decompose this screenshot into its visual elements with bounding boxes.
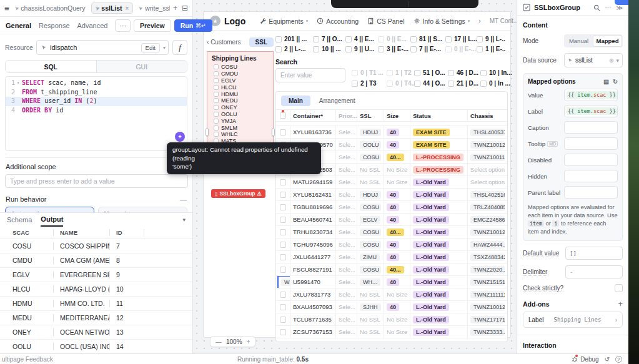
cell-status[interactable]: L.-Old Yard bbox=[410, 301, 468, 313]
column-header-scac[interactable]: SCAC bbox=[0, 229, 53, 236]
cell-select[interactable] bbox=[276, 226, 290, 238]
cell-ssl[interactable]: No SSL bbox=[357, 288, 384, 300]
data-source-select[interactable]: sslList ⊕▾ bbox=[564, 53, 623, 67]
cell-select[interactable] bbox=[276, 313, 290, 325]
cell-ssl[interactable]: OOLU bbox=[357, 139, 384, 150]
nav-item-info-settings[interactable]: Info & Settings▾ bbox=[414, 17, 470, 25]
checkbox[interactable] bbox=[345, 36, 352, 42]
checkbox[interactable] bbox=[214, 125, 219, 130]
cell-priority[interactable]: Sele... bbox=[336, 263, 357, 275]
addon-row-label[interactable]: LabelShipping Lines› bbox=[523, 312, 623, 328]
row-checkbox[interactable] bbox=[280, 179, 286, 185]
filter-checkbox-option[interactable]: 3 || E-... bbox=[378, 46, 410, 52]
table-row[interactable]: ONEYOCEAN NETWORK ...13 bbox=[0, 325, 192, 340]
cell-chassis[interactable]: THSL400537 bbox=[468, 126, 507, 138]
cell-ssl[interactable]: ZIMU bbox=[357, 251, 384, 263]
checkbox[interactable] bbox=[313, 36, 319, 42]
close-tab-icon[interactable]: × bbox=[126, 5, 129, 12]
row-checkbox[interactable] bbox=[280, 204, 286, 210]
row-checkbox[interactable] bbox=[280, 267, 286, 273]
cell-chassis[interactable]: EMCZ245869 bbox=[468, 214, 507, 225]
cell-status[interactable]: L.-Old Yard bbox=[410, 201, 468, 213]
cell-size[interactable]: 40 bbox=[384, 239, 410, 250]
row-checkbox[interactable] bbox=[280, 217, 286, 223]
query-menu-tab-response[interactable]: Response bbox=[39, 22, 70, 29]
checkbox[interactable] bbox=[378, 36, 384, 42]
filter-checkbox-option[interactable]: 7 || E-... bbox=[410, 46, 445, 52]
checkbox[interactable] bbox=[480, 70, 487, 76]
collapse-panel-icon[interactable]: ⊟ bbox=[182, 4, 188, 12]
cell-priority[interactable]: Sele... bbox=[336, 189, 357, 200]
cell-chassis[interactable]: TWNZ100120 bbox=[468, 226, 507, 238]
checkbox[interactable] bbox=[214, 132, 219, 137]
function-button[interactable]: f bbox=[172, 40, 187, 55]
chevron-down-icon[interactable]: ▾ bbox=[616, 57, 619, 64]
column-header-id[interactable]: ID bbox=[109, 229, 144, 236]
table-row[interactable]: TCLU8771635Sele...No SSLNo SizeL.-Old Ya… bbox=[276, 313, 507, 326]
cell-priority[interactable]: Sele... bbox=[336, 164, 357, 175]
cell-select[interactable] bbox=[276, 263, 290, 275]
customers-back-link[interactable]: ‹ Customers bbox=[207, 39, 240, 46]
table-row[interactable]: JXLU6441277Sele...ZIMU40L.-Old YardTSXZ4… bbox=[276, 251, 507, 263]
collapse-results-icon[interactable]: ▾ bbox=[182, 217, 186, 223]
checkbox[interactable] bbox=[480, 81, 487, 87]
query-menu-tab-advanced[interactable]: Advanced bbox=[77, 22, 108, 29]
table-row[interactable]: MEDUMEDITERRANEAN ...12 bbox=[0, 311, 192, 325]
checkbox[interactable] bbox=[275, 46, 282, 52]
table-row[interactable]: BXAU4507093Sele...SJHH40L.-Old YardTWNZ1… bbox=[276, 301, 507, 313]
shipping-line-option[interactable]: ONEY bbox=[212, 104, 269, 111]
cell-status[interactable]: L.-Old Yard bbox=[410, 263, 468, 275]
filter-checkbox-option[interactable]: 0 | T4... bbox=[387, 80, 414, 87]
checkbox[interactable] bbox=[352, 81, 358, 87]
component-error-badge[interactable]: ⣿ SSLboxGroup ⚠ bbox=[211, 189, 265, 198]
cell-ssl[interactable]: WH... bbox=[357, 276, 384, 288]
cell-size[interactable]: 40... bbox=[384, 263, 410, 275]
hamburger-menu-icon[interactable]: ≡ bbox=[4, 4, 9, 12]
cell-ssl[interactable]: COSU bbox=[357, 226, 384, 238]
checkbox[interactable] bbox=[214, 119, 219, 124]
copy-icon[interactable]: ▤ bbox=[603, 78, 609, 85]
filter-checkbox-option[interactable]: 7 || O... bbox=[313, 36, 345, 42]
cell-status[interactable]: EXAM SITE bbox=[410, 139, 468, 150]
inspector-more-button[interactable]: ··· bbox=[605, 4, 612, 11]
filter-checkbox-option[interactable]: 10 || ... bbox=[313, 46, 345, 52]
cell-status[interactable]: L.-Old Yard bbox=[410, 251, 468, 263]
row-checkbox[interactable] bbox=[280, 242, 286, 248]
column-header-Prior...[interactable]: Prior... bbox=[336, 110, 357, 121]
table-row[interactable]: BEAU4560741Sele...EGLV40L.-Old YardEMCZ2… bbox=[276, 214, 507, 226]
cell-size[interactable]: 40 bbox=[384, 301, 410, 313]
checkbox[interactable] bbox=[387, 81, 393, 87]
row-checkbox[interactable] bbox=[280, 229, 286, 235]
cell-size[interactable]: 40... bbox=[384, 151, 410, 163]
cell-chassis[interactable]: TSXZ488342 bbox=[468, 251, 507, 263]
checkbox[interactable] bbox=[214, 105, 219, 110]
cell-chassis[interactable]: HAWZ4444... bbox=[468, 239, 507, 250]
row-checkbox[interactable] bbox=[280, 317, 286, 323]
filter-checkbox-option[interactable]: 4 || E... bbox=[345, 36, 378, 42]
mode-option-mapped[interactable]: Mapped bbox=[593, 35, 622, 47]
cell-size[interactable]: No Size bbox=[384, 176, 410, 188]
cell-chassis[interactable]: Select option bbox=[468, 176, 507, 188]
cell-size[interactable]: No Size bbox=[384, 164, 410, 175]
column-header-Size[interactable]: Size bbox=[384, 110, 410, 121]
focus-icon[interactable]: ⊕ bbox=[609, 57, 614, 64]
zoom-in-button[interactable]: + bbox=[247, 338, 250, 345]
checkbox[interactable] bbox=[214, 112, 219, 117]
cell-size[interactable]: 40 bbox=[384, 201, 410, 213]
cell-priority[interactable]: Sele... bbox=[336, 239, 357, 250]
tab-arrangement[interactable]: Arrangement bbox=[319, 97, 355, 104]
cell-select[interactable] bbox=[276, 214, 290, 225]
table-row[interactable]: XYLU8162431Sele...HDUJ40L.-Old YardTHSL4… bbox=[276, 189, 507, 201]
checkbox[interactable] bbox=[445, 46, 452, 52]
cell-ssl[interactable]: COSU bbox=[357, 263, 384, 275]
cell-chassis[interactable]: TWNZ100124 bbox=[468, 139, 507, 150]
mapped-option-input-value[interactable]: {{ item.scac }} bbox=[564, 89, 618, 101]
cell-size[interactable]: 40... bbox=[384, 226, 410, 238]
filter-checkbox-option[interactable]: 0 || E-... bbox=[445, 46, 477, 52]
cell-chassis[interactable]: TWNZ2020... bbox=[468, 263, 507, 275]
add-addon-button[interactable]: + bbox=[618, 300, 623, 308]
column-header-Chassis[interactable]: Chassis bbox=[468, 110, 507, 121]
cell-select[interactable]: WHLU bbox=[276, 276, 290, 288]
shipping-line-option[interactable]: EGLV bbox=[212, 77, 269, 84]
cell-priority[interactable]: Sele... bbox=[336, 326, 357, 338]
